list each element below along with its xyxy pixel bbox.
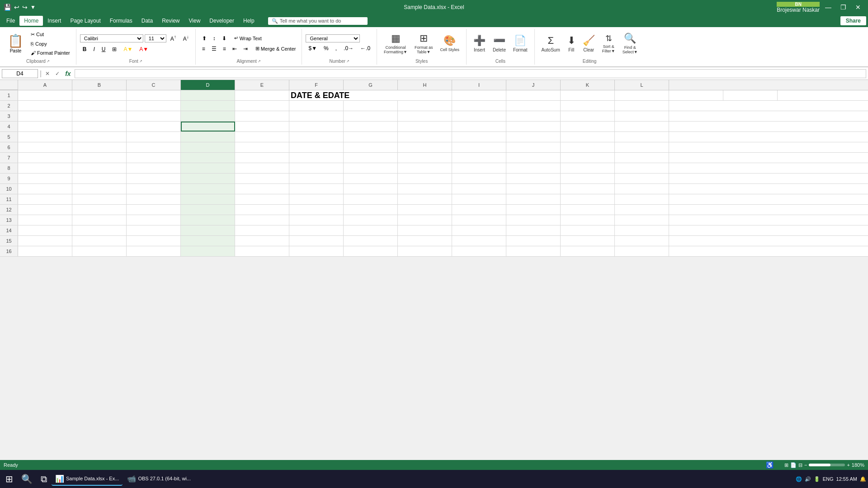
cell-C8[interactable]	[127, 163, 181, 173]
cell-B9[interactable]	[72, 174, 127, 183]
col-header-f[interactable]: F	[289, 80, 344, 90]
menu-page-layout[interactable]: Page Layout	[66, 16, 105, 26]
cell-C9[interactable]	[127, 174, 181, 183]
conditional-formatting-button[interactable]: ▦ ConditionalFormatting▼	[381, 31, 410, 56]
page-layout-view-button[interactable]: 📄	[790, 462, 797, 468]
cell-H2[interactable]	[398, 101, 452, 111]
cell-K14[interactable]	[561, 225, 615, 235]
menu-formulas[interactable]: Formulas	[105, 16, 137, 26]
insert-button[interactable]: ➕ Insert	[470, 33, 489, 54]
cell-I2[interactable]	[452, 101, 506, 111]
alignment-expand-icon[interactable]: ↗	[258, 59, 261, 63]
cell-F2[interactable]	[289, 101, 344, 111]
cell-I4[interactable]	[452, 122, 506, 131]
cell-D12[interactable]	[181, 205, 235, 215]
cell-J2[interactable]	[506, 101, 561, 111]
cell-A9[interactable]	[18, 174, 72, 183]
cell-H11[interactable]	[398, 194, 452, 204]
sort-filter-button[interactable]: ⇅ Sort &Filter▼	[599, 32, 618, 55]
row-num-6[interactable]: 6	[0, 142, 18, 152]
row-num-15[interactable]: 15	[0, 236, 18, 246]
cell-B11[interactable]	[72, 194, 127, 204]
cell-B7[interactable]	[72, 153, 127, 163]
cell-G16[interactable]	[344, 246, 398, 256]
cell-F6[interactable]	[289, 142, 344, 152]
row-num-5[interactable]: 5	[0, 132, 18, 142]
cell-C15[interactable]	[127, 236, 181, 246]
cell-L16[interactable]	[615, 246, 669, 256]
merge-center-button[interactable]: ⊞ Merge & Center	[253, 44, 298, 53]
cell-D8[interactable]	[181, 163, 235, 173]
cell-D9[interactable]	[181, 174, 235, 183]
cell-J3[interactable]	[506, 111, 561, 121]
italic-button[interactable]: I	[90, 45, 97, 54]
cell-J16[interactable]	[506, 246, 561, 256]
cell-K7[interactable]	[561, 153, 615, 163]
cell-L15[interactable]	[615, 236, 669, 246]
cell-C5[interactable]	[127, 132, 181, 142]
cell-reference-box[interactable]: D4	[2, 69, 38, 78]
cell-D6[interactable]	[181, 142, 235, 152]
cell-K4[interactable]	[561, 122, 615, 131]
cell-I5[interactable]	[452, 132, 506, 142]
cell-K2[interactable]	[561, 101, 615, 111]
clear-button[interactable]: 🧹 Clear	[580, 33, 598, 54]
cell-A2[interactable]	[18, 101, 72, 111]
cell-L14[interactable]	[615, 225, 669, 235]
cell-F13[interactable]	[289, 215, 344, 225]
cell-J5[interactable]	[506, 132, 561, 142]
cell-E10[interactable]	[235, 184, 289, 194]
menu-home[interactable]: Home	[19, 16, 43, 26]
cell-I11[interactable]	[452, 194, 506, 204]
cell-H14[interactable]	[398, 225, 452, 235]
format-as-table-button[interactable]: ⊞ Format asTable▼	[411, 31, 436, 56]
zoom-out-button[interactable]: −	[804, 462, 807, 468]
language-indicator[interactable]: ENG	[823, 476, 834, 482]
start-button[interactable]: ⊞	[2, 472, 17, 486]
cell-L6[interactable]	[615, 142, 669, 152]
align-middle-button[interactable]: ↕	[210, 34, 218, 43]
cell-K8[interactable]	[561, 163, 615, 173]
tell-me-search[interactable]: 🔍 Tell me what you want to do	[268, 17, 368, 25]
cell-E2[interactable]	[235, 101, 289, 111]
cell-J8[interactable]	[506, 163, 561, 173]
cell-F1[interactable]: DATE & EDATE	[289, 90, 452, 100]
cell-J4[interactable]	[506, 122, 561, 131]
cell-G1[interactable]	[452, 90, 506, 100]
cell-B12[interactable]	[72, 205, 127, 215]
cell-E11[interactable]	[235, 194, 289, 204]
row-num-14[interactable]: 14	[0, 225, 18, 235]
cell-K5[interactable]	[561, 132, 615, 142]
cell-K15[interactable]	[561, 236, 615, 246]
cell-L2[interactable]	[615, 101, 669, 111]
cell-H16[interactable]	[398, 246, 452, 256]
cell-D5[interactable]	[181, 132, 235, 142]
cell-L9[interactable]	[615, 174, 669, 183]
align-center-button[interactable]: ☰	[209, 44, 219, 53]
cell-G12[interactable]	[344, 205, 398, 215]
menu-review[interactable]: Review	[157, 16, 184, 26]
comma-button[interactable]: ,	[333, 44, 340, 53]
normal-view-button[interactable]: ⊞	[784, 462, 788, 468]
cell-E7[interactable]	[235, 153, 289, 163]
cell-I6[interactable]	[452, 142, 506, 152]
menu-file[interactable]: File	[2, 16, 19, 26]
menu-view[interactable]: View	[184, 16, 205, 26]
percent-button[interactable]: %	[321, 44, 331, 53]
cell-L3[interactable]	[615, 111, 669, 121]
cell-J10[interactable]	[506, 184, 561, 194]
row-num-2[interactable]: 2	[0, 101, 18, 111]
cell-A16[interactable]	[18, 246, 72, 256]
cell-G7[interactable]	[344, 153, 398, 163]
cell-H8[interactable]	[398, 163, 452, 173]
cell-L8[interactable]	[615, 163, 669, 173]
delete-button[interactable]: ➖ Delete	[490, 33, 509, 54]
cell-J13[interactable]	[506, 215, 561, 225]
cell-L13[interactable]	[615, 215, 669, 225]
cell-C12[interactable]	[127, 205, 181, 215]
cell-G13[interactable]	[344, 215, 398, 225]
paste-button[interactable]: 📋 Paste	[4, 31, 28, 56]
task-view-button[interactable]: ⧉	[37, 472, 51, 486]
cell-I10[interactable]	[452, 184, 506, 194]
cell-G6[interactable]	[344, 142, 398, 152]
